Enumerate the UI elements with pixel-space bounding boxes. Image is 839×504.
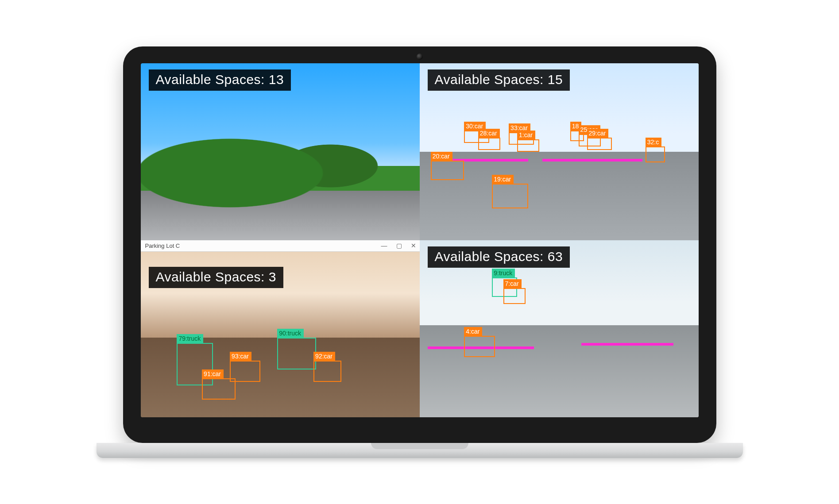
screen-grid: Available Spaces: 13 30:car28:car33:car1…: [141, 63, 699, 417]
detection-box-truck: 90:truck: [277, 338, 316, 369]
detection-tag: 1:car: [517, 131, 535, 140]
detection-box-car: 32:c: [646, 146, 665, 162]
detection-tag: 9:truck: [492, 269, 515, 278]
detection-box-car: 91:car: [202, 378, 236, 400]
maximize-icon[interactable]: ▢: [396, 242, 402, 249]
laptop-base: [97, 443, 743, 458]
detection-box-car: 92:car: [313, 361, 341, 382]
detection-box-car: 28:car: [478, 138, 500, 150]
detection-tag: 91:car: [202, 369, 224, 379]
laptop-lid: Available Spaces: 13 30:car28:car33:car1…: [123, 46, 716, 443]
close-icon[interactable]: ✕: [411, 242, 416, 249]
camera-pane-bottom-left: Parking Lot C ― ▢ ✕ 79:truck90:truck93:c…: [141, 240, 420, 417]
detection-box-car: 4:car: [464, 336, 495, 357]
detection-tag: 4:car: [464, 327, 482, 337]
detection-tag: 90:truck: [277, 329, 304, 339]
detection-tag: 29:car: [587, 129, 609, 139]
detection-box-car: 20:car: [431, 161, 464, 180]
detection-line: [542, 159, 643, 162]
camera-pane-bottom-right: 9:truck7:car4:car Available Spaces: 63: [420, 240, 699, 417]
webcam-dot: [417, 54, 423, 60]
detection-tag: 32:c: [646, 138, 661, 147]
minimize-icon[interactable]: ―: [381, 242, 387, 249]
detection-tag: 7:car: [503, 279, 522, 289]
window-titlebar[interactable]: Parking Lot C ― ▢ ✕: [141, 240, 420, 252]
detection-tag: 19:car: [492, 175, 514, 185]
window-buttons: ― ▢ ✕: [381, 242, 416, 249]
window-title: Parking Lot C: [145, 242, 180, 249]
detection-tag: 92:car: [313, 352, 335, 362]
laptop-frame: Available Spaces: 13 30:car28:car33:car1…: [123, 46, 716, 458]
detection-box-car: 19:car: [492, 184, 528, 208]
detection-box-car: 29:car: [587, 138, 612, 150]
detection-tag: 79:truck: [177, 334, 203, 344]
available-spaces-label: Available Spaces: 63: [428, 246, 570, 268]
camera-pane-top-left: Available Spaces: 13: [141, 63, 420, 240]
detection-tag: 28:car: [478, 129, 500, 139]
camera-pane-top-right: 30:car28:car33:car1:car1825:car29:car32:…: [420, 63, 699, 240]
detection-tag: 93:car: [230, 352, 251, 362]
detection-box-car: 7:car: [503, 288, 526, 304]
detection-tag: 20:car: [431, 152, 452, 162]
detection-line: [581, 343, 673, 346]
available-spaces-label: Available Spaces: 3: [149, 267, 283, 288]
detection-box-car: 1:car: [517, 139, 539, 152]
available-spaces-label: Available Spaces: 15: [428, 69, 570, 91]
available-spaces-label: Available Spaces: 13: [149, 69, 291, 91]
